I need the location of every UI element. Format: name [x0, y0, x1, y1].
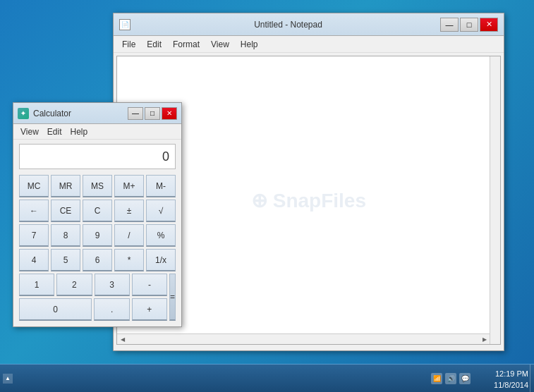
taskbar-volume-icon[interactable]: 🔊 [445, 373, 456, 384]
key-mplus[interactable]: M+ [114, 175, 144, 197]
taskbar-notification-icon[interactable]: 💬 [459, 373, 471, 384]
key-plus[interactable]: + [132, 298, 167, 321]
key-4[interactable]: 4 [19, 249, 49, 271]
key-plusminus[interactable]: ± [114, 200, 144, 222]
scroll-left-arrow[interactable]: ◀ [117, 334, 128, 345]
key-multiply[interactable]: * [114, 249, 144, 271]
calculator-title: Calculator [33, 109, 128, 118]
key-2[interactable]: 2 [56, 274, 92, 296]
key-6[interactable]: 6 [83, 249, 112, 271]
calculator-memory-row: MC MR MS M+ M- [19, 175, 176, 197]
calculator-window: ✦ Calculator — □ ✕ View Edit Help 0 MC M… [13, 102, 182, 327]
taskbar-network-icon[interactable]: 📶 [431, 373, 442, 384]
calculator-left-keys: 1 2 3 - 0 . + [19, 274, 167, 321]
calculator-menu-edit[interactable]: Edit [43, 125, 66, 138]
taskbar-system-icons: 📶 🔊 💬 [431, 373, 471, 384]
notepad-scrollbar-vertical[interactable] [490, 56, 500, 344]
notepad-menu-view[interactable]: View [205, 38, 235, 51]
key-divide[interactable]: / [114, 224, 144, 247]
calculator-maximize-button[interactable]: □ [145, 107, 160, 120]
key-5[interactable]: 5 [51, 249, 80, 271]
notepad-app-icon: 📄 [119, 19, 131, 30]
key-7[interactable]: 7 [19, 224, 49, 247]
key-dot[interactable]: . [94, 298, 129, 321]
show-desktop-button[interactable] [530, 365, 534, 392]
calculator-menu-view[interactable]: View [16, 125, 43, 138]
notification-area-arrow[interactable]: ▲ [3, 374, 13, 384]
key-1[interactable]: 1 [19, 274, 54, 296]
taskbar: ▲ 📶 🔊 💬 12:19 PM 11/8/2014 [0, 364, 534, 392]
calculator-titlebar: ✦ Calculator — □ ✕ [13, 103, 181, 124]
taskbar-time: 12:19 PM [494, 369, 528, 379]
key-ce[interactable]: CE [51, 200, 80, 222]
calculator-display-value: 0 [162, 149, 169, 164]
taskbar-clock: 12:19 PM 11/8/2014 [494, 369, 528, 391]
notepad-menu-file[interactable]: File [116, 38, 141, 51]
calculator-display: 0 [19, 144, 176, 169]
notepad-menu-edit[interactable]: Edit [141, 38, 167, 51]
key-0[interactable]: 0 [19, 298, 92, 321]
notepad-menu-format[interactable]: Format [167, 38, 205, 51]
calculator-menu-help[interactable]: Help [66, 125, 92, 138]
calculator-menubar: View Edit Help [13, 124, 181, 140]
calculator-equals-col: = [169, 274, 176, 321]
notepad-minimize-button[interactable]: — [440, 18, 459, 32]
calculator-app-icon: ✦ [18, 108, 29, 119]
calculator-row1: ← CE C ± √ [19, 200, 176, 222]
notepad-titlebar: 📄 Untitled - Notepad — □ ✕ [114, 13, 504, 36]
calculator-window-controls: — □ ✕ [128, 107, 177, 120]
scroll-right-arrow[interactable]: ▶ [479, 334, 490, 345]
calculator-row2: 7 8 9 / % [19, 224, 176, 247]
key-reciprocal[interactable]: 1/x [146, 249, 176, 271]
key-mc[interactable]: MC [19, 175, 49, 197]
notepad-scrollbar-horizontal[interactable]: ◀ ▶ [117, 333, 490, 344]
key-9[interactable]: 9 [83, 224, 112, 247]
key-mr[interactable]: MR [51, 175, 80, 197]
calculator-close-button[interactable]: ✕ [162, 107, 177, 120]
calculator-row5: 0 . + [19, 298, 167, 321]
calculator-minimize-button[interactable]: — [128, 107, 143, 120]
key-equals[interactable]: = [169, 274, 176, 321]
key-8[interactable]: 8 [51, 224, 80, 247]
notepad-title: Untitled - Notepad [136, 20, 440, 30]
calculator-row3: 4 5 6 * 1/x [19, 249, 176, 271]
notepad-close-button[interactable]: ✕ [480, 18, 498, 32]
key-backspace[interactable]: ← [19, 200, 49, 222]
key-c[interactable]: C [83, 200, 112, 222]
snap-watermark: ⊕ SnapFiles [251, 189, 366, 212]
key-3[interactable]: 3 [95, 274, 130, 296]
notepad-window-controls: — □ ✕ [440, 18, 498, 32]
key-percent[interactable]: % [146, 224, 176, 247]
key-ms[interactable]: MS [83, 175, 112, 197]
calculator-row4: 1 2 3 - [19, 274, 167, 296]
calculator-bottom-rows: 1 2 3 - 0 . + = [19, 274, 176, 321]
notepad-menubar: File Edit Format View Help [114, 36, 504, 53]
key-mminus[interactable]: M- [146, 175, 176, 197]
taskbar-date: 11/8/2014 [494, 380, 528, 391]
key-sqrt[interactable]: √ [146, 200, 176, 222]
notepad-maximize-button[interactable]: □ [460, 18, 478, 32]
notepad-menu-help[interactable]: Help [235, 38, 264, 51]
calculator-buttons: MC MR MS M+ M- ← CE C ± √ 7 8 9 / % 4 5 … [13, 172, 181, 326]
key-minus[interactable]: - [132, 274, 167, 296]
